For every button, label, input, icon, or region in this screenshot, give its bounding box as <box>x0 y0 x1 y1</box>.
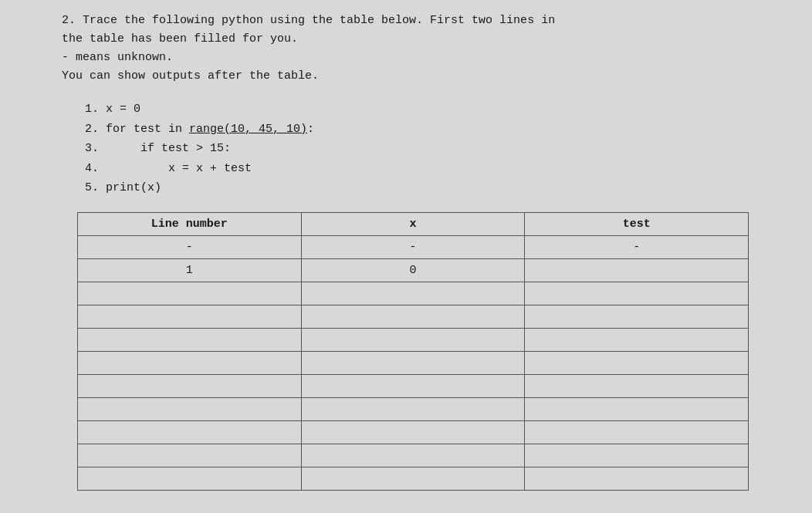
table-row <box>78 467 749 490</box>
table-cell-9-2 <box>525 444 749 467</box>
table-cell-4-0 <box>78 328 302 351</box>
table-row <box>78 305 749 328</box>
header-line-number: Line number <box>78 212 302 235</box>
table-cell-6-2 <box>525 374 749 397</box>
table-cell-4-1 <box>301 328 525 351</box>
question-number: 2. <box>62 14 76 27</box>
table-row <box>78 328 749 351</box>
table-cell-2-1 <box>301 282 525 305</box>
table-row: 10 <box>78 258 749 282</box>
table-row <box>78 374 749 397</box>
code-line-4: 4. x = x + test <box>85 159 797 179</box>
table-cell-1-2 <box>525 258 749 282</box>
table-cell-7-2 <box>525 397 749 420</box>
header-x: x <box>301 212 525 235</box>
code-block: 1. x = 0 2. for test in range(10, 45, 10… <box>85 100 797 198</box>
code-line-1: 1. x = 0 <box>85 100 797 120</box>
table-cell-6-0 <box>78 374 302 397</box>
description-line2: the table has been filled for you. <box>62 30 797 49</box>
table-cell-1-1: 0 <box>301 258 525 282</box>
code-line-5: 5. print(x) <box>85 178 797 198</box>
table-row <box>78 351 749 374</box>
table-cell-10-2 <box>525 467 749 490</box>
description-line1: 2. Trace the following python using the … <box>62 12 797 30</box>
table-cell-3-1 <box>301 305 525 328</box>
table-cell-0-2: - <box>525 235 749 258</box>
table-row <box>78 397 749 420</box>
table-row <box>78 282 749 305</box>
table-cell-3-0 <box>78 305 302 328</box>
table-body: ---10 <box>78 235 749 490</box>
description-line4: You can show outputs after the table. <box>62 67 797 86</box>
header-test: test <box>525 212 749 235</box>
table-cell-7-0 <box>78 397 302 420</box>
table-row: --- <box>78 235 749 258</box>
code-line-2: 2. for test in range(10, 45, 10): <box>85 120 797 140</box>
trace-table: Line number x test ---10 <box>77 212 749 491</box>
table-cell-7-1 <box>301 397 525 420</box>
table-cell-8-0 <box>78 420 302 444</box>
table-cell-10-0 <box>78 467 302 490</box>
table-cell-8-1 <box>301 420 525 444</box>
table-cell-5-0 <box>78 351 302 374</box>
table-cell-0-0: - <box>78 235 302 258</box>
table-cell-9-0 <box>78 444 302 467</box>
table-header-row: Line number x test <box>78 212 749 235</box>
table-cell-4-2 <box>525 328 749 351</box>
table-cell-8-2 <box>525 420 749 444</box>
table-cell-2-0 <box>78 282 302 305</box>
code-line-3: 3. if test > 15: <box>85 139 797 159</box>
description-line3: - means unknown. <box>62 49 797 67</box>
range-function: range(10, 45, 10) <box>189 123 307 136</box>
table-cell-3-2 <box>525 305 749 328</box>
content-area: 2. Trace the following python using the … <box>62 12 797 491</box>
question-description: 2. Trace the following python using the … <box>62 12 797 86</box>
table-cell-9-1 <box>301 444 525 467</box>
desc-text-1: Trace the following python using the tab… <box>83 14 555 27</box>
table-cell-1-0: 1 <box>78 258 302 282</box>
table-cell-0-1: - <box>301 235 525 258</box>
table-cell-2-2 <box>525 282 749 305</box>
table-row <box>78 420 749 444</box>
table-cell-5-1 <box>301 351 525 374</box>
table-cell-6-1 <box>301 374 525 397</box>
table-cell-10-1 <box>301 467 525 490</box>
table-cell-5-2 <box>525 351 749 374</box>
table-row <box>78 444 749 467</box>
